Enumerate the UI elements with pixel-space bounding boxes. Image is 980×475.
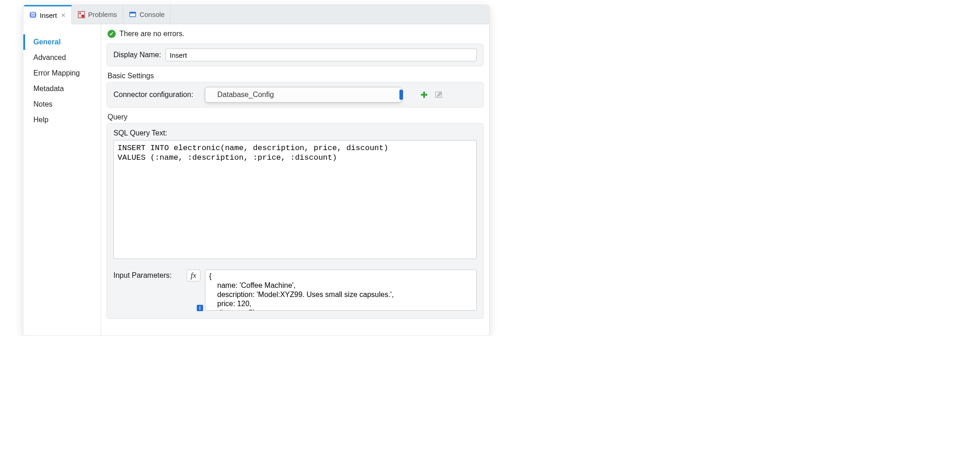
check-icon: ✓ xyxy=(108,30,116,38)
close-icon[interactable]: ✕ xyxy=(61,12,66,19)
query-title: Query xyxy=(108,113,489,121)
basic-settings-title: Basic Settings xyxy=(108,72,489,80)
display-name-input[interactable] xyxy=(166,49,477,61)
app-window: Insert ✕ Problems Console xyxy=(23,5,490,336)
svg-rect-7 xyxy=(421,94,427,96)
sidebar-item-label: General xyxy=(33,38,61,46)
display-name-label: Display Name: xyxy=(113,51,161,59)
sidebar-item-notes[interactable]: Notes xyxy=(23,97,101,112)
input-parameters-label: Input Parameters: xyxy=(113,270,182,280)
tab-insert-label: Insert xyxy=(40,11,57,19)
sidebar-item-label: Help xyxy=(33,116,48,124)
edit-config-button[interactable] xyxy=(434,90,444,100)
sidebar-item-advanced[interactable]: Advanced xyxy=(23,50,101,65)
svg-rect-5 xyxy=(129,12,135,13)
sidebar-item-help[interactable]: Help xyxy=(23,112,101,128)
sql-query-label: SQL Query Text: xyxy=(113,129,477,137)
sidebar-item-label: Notes xyxy=(33,100,53,108)
sql-query-textarea[interactable] xyxy=(113,140,477,259)
sidebar-item-general[interactable]: General xyxy=(23,34,101,50)
sidebar-item-label: Advanced xyxy=(33,54,66,61)
connector-config-dropdown[interactable]: Database_Config xyxy=(205,87,402,103)
sidebar: General Advanced Error Mapping Metadata … xyxy=(23,24,101,335)
fx-button[interactable]: fx xyxy=(187,270,200,281)
connector-config-label: Connector configuration: xyxy=(113,91,200,99)
sidebar-item-label: Error Mapping xyxy=(33,69,80,77)
display-name-panel: Display Name: xyxy=(107,43,484,66)
info-icon[interactable]: i xyxy=(197,305,203,311)
main: ✓ There are no errors. Display Name: Bas… xyxy=(101,24,489,335)
tab-problems[interactable]: Problems xyxy=(72,5,123,24)
tab-problems-label: Problems xyxy=(88,11,117,18)
sidebar-item-metadata[interactable]: Metadata xyxy=(23,81,101,97)
svg-point-0 xyxy=(30,12,36,14)
problems-icon xyxy=(77,11,86,19)
tab-console[interactable]: Console xyxy=(123,5,171,24)
db-insert-icon xyxy=(29,11,37,19)
basic-settings-panel: Connector configuration: Database_Config xyxy=(107,82,484,108)
tab-console-label: Console xyxy=(140,11,165,18)
tabbar: Insert ✕ Problems Console xyxy=(23,5,489,24)
console-icon xyxy=(129,11,137,19)
tab-insert[interactable]: Insert ✕ xyxy=(23,5,72,24)
svg-rect-3 xyxy=(81,15,84,17)
sidebar-item-label: Metadata xyxy=(33,85,64,92)
status-row: ✓ There are no errors. xyxy=(101,24,489,42)
svg-point-2 xyxy=(79,12,81,14)
body: General Advanced Error Mapping Metadata … xyxy=(23,24,489,335)
sidebar-item-error-mapping[interactable]: Error Mapping xyxy=(23,65,101,81)
status-message: There are no errors. xyxy=(119,30,184,38)
query-panel: SQL Query Text: Input Parameters: fx i xyxy=(107,123,484,319)
connector-config-value: Database_Config xyxy=(217,91,274,99)
input-parameters-textarea[interactable] xyxy=(205,270,477,311)
add-config-button[interactable] xyxy=(419,90,429,100)
